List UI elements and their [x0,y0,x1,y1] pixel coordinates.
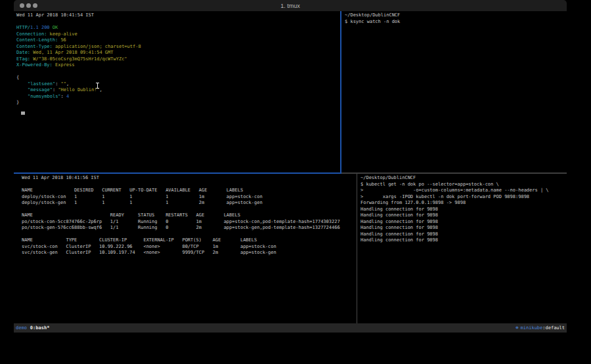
json-separator: : [55,81,60,87]
active-pane-border-vertical[interactable] [340,11,341,172]
header-name: Date: [16,50,30,55]
blank-line [22,232,364,238]
header-name: ETag: [16,56,30,62]
timestamp-line: Wed 11 Apr 2018 10:41:54 IST [16,12,343,19]
header-value: application/json; charset=utf-8 [55,44,141,49]
http-header-line: Content-Type:application/json; charset=u… [16,44,343,51]
json-key: "numsymbols" [28,94,61,99]
tmux-session: Wed 11 Apr 2018 10:41:54 IST HTTP/1.1 20… [14,11,567,323]
pane-port-forward[interactable]: ~/Desktop/DublinCNCF $ kubectl get -n do… [357,174,567,323]
traffic-lights [20,0,37,11]
header-name: Content-Type: [16,44,53,49]
http-version-code: 1.1 200 [30,25,50,30]
pane-divider-horizontal[interactable] [341,172,567,174]
zoom-window-button[interactable] [33,3,37,8]
tmux-status-bar: demo 0:bash* ☸ minikube :default [14,323,567,333]
header-name: Content-Length: [16,37,58,43]
services-table: NAME TYPE CLUSTER-IP EXTERNAL-IP PORT(S)… [22,237,364,256]
http-header-line: ETag:W/"38-05coCsrg3mQ75sHr1d/qcWTwYZc" [16,56,343,63]
cwd-line: ~/Desktop/DublinCNCF [345,12,567,19]
http-header-line: Content-Length:56 [16,37,343,44]
header-value: keep-alive [50,31,77,37]
header-value: Wed, 11 Apr 2018 09:41:54 GMT [33,50,113,55]
header-value: W/"38-05coCsrg3mQ75sHr1d/qcWTwYZc" [33,56,127,62]
window-tab-bash[interactable]: 0:bash* [30,325,50,331]
blank-line [16,69,343,75]
json-field-line: "lastseen": "", [16,81,343,88]
blank-line [22,182,364,188]
kubernetes-wheel-icon: ☸ [515,325,518,331]
session-name: demo [16,325,27,331]
http-header-line: X-Powered-By:Express [16,62,343,69]
pane-ksync[interactable]: ~/Desktop/DublinCNCF $ ksync watch -n do… [341,11,567,174]
json-value: "Hello Dublin!" [58,87,99,92]
http-header-line: Connection:keep-alive [16,31,343,38]
http-protocol: HTTP/ [16,25,30,30]
minimize-window-button[interactable] [26,3,31,8]
json-open-brace: { [16,75,343,81]
pane-kubectl-get[interactable]: Wed 11 Apr 2018 10:41:56 IST NAME DESIRE… [14,174,364,323]
port-forward-output: ~/Desktop/DublinCNCF $ kubectl get -n do… [361,175,567,244]
command-line: $ ksync watch -n dok [345,19,567,26]
json-field-line: "message": "Hello Dublin!", [16,87,343,94]
pane-divider-vertical[interactable] [357,174,357,323]
status-left: demo 0:bash* [16,325,49,331]
json-comma: , [66,81,69,87]
http-status-line: HTTP/1.1 200OK [16,25,343,31]
pane-http-response[interactable]: Wed 11 Apr 2018 10:41:54 IST HTTP/1.1 20… [14,11,343,174]
json-separator: : [61,94,66,99]
window-title: 1. tmux [14,3,567,9]
json-comma: , [100,87,102,92]
header-name: X-Powered-By: [16,62,53,68]
json-field-line: "numsymbols": 4 [16,94,343,100]
window-titlebar[interactable]: 1. tmux [14,0,567,11]
kube-namespace: :default [542,325,565,331]
blank-line [16,19,343,26]
kube-context: minikube [521,325,543,331]
header-name: Connection: [16,31,47,37]
terminal-cursor [21,111,25,115]
json-key: "lastseen" [28,81,55,87]
header-value: Express [55,62,75,68]
close-window-button[interactable] [20,3,24,8]
mouse-ibeam-cursor [96,83,99,89]
json-value: 4 [66,94,69,99]
active-pane-border-horizontal[interactable] [14,172,341,174]
blank-line [22,207,364,213]
status-right: ☸ minikube :default [515,325,565,331]
timestamp-line: Wed 11 Apr 2018 10:41:56 IST [22,175,364,182]
terminal-window: 1. tmux Wed 11 Apr 2018 10:41:54 IST HTT… [14,0,567,338]
json-value: "" [61,81,66,87]
http-status-text: OK [53,25,58,30]
http-header-line: Date:Wed, 11 Apr 2018 09:41:54 GMT [16,50,343,56]
pods-table: NAME READY STATUS RESTARTS AGE LABELS po… [22,212,364,232]
header-value: 56 [60,37,66,43]
json-close-brace: } [16,100,343,106]
json-key: "message" [28,87,53,92]
deployments-table: NAME DESIRED CURRENT UP-TO-DATE AVAILABL… [22,188,364,207]
